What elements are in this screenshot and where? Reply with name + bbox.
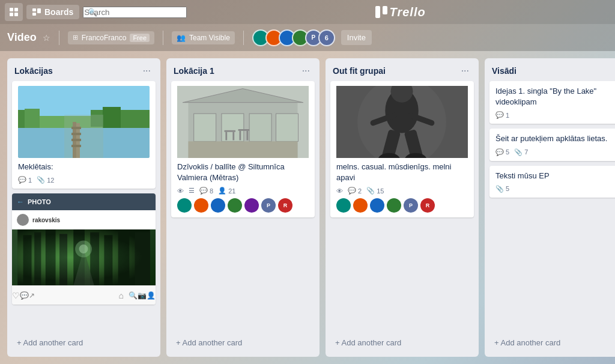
svg-rect-26 — [34, 232, 41, 285]
member-p: P — [261, 198, 276, 213]
add-card-outfit[interactable]: + Add another card — [328, 333, 476, 352]
card-lake-title: Meklētais: — [18, 162, 150, 172]
add-card-lokacijas[interactable]: + Add another card — [10, 333, 158, 352]
singls-badges: 💬 1 — [495, 111, 615, 119]
search-input[interactable] — [83, 7, 187, 18]
member-5 — [244, 198, 259, 213]
svg-rect-18 — [18, 110, 25, 128]
card-instagram[interactable]: ← PHOTO rakovskis — [12, 193, 156, 305]
list-body-lokacijas: Meklētais: 💬 1 📎 12 ← — [7, 81, 160, 331]
svg-rect-6 — [32, 13, 36, 16]
svg-rect-47 — [238, 129, 249, 131]
top-navigation: Boards 🔍 Trello — [0, 0, 615, 24]
list-title-lokacija1: Lokācija 1 — [174, 66, 214, 76]
profile-ig-icon[interactable]: 👤 — [147, 291, 156, 300]
badge-attach-p: 📎 15 — [366, 187, 384, 195]
back-arrow: ← — [17, 198, 24, 206]
card-teksti[interactable]: Teksti mūsu EP 📎 5 — [489, 166, 615, 198]
nav-center: Trello — [190, 5, 610, 19]
list-body-lokacija1: Dzīvoklis / ballīte @ Siltumnīca Valmier… — [166, 81, 320, 331]
svg-rect-45 — [225, 132, 227, 141]
card-lake-badges: 💬 1 📎 12 — [18, 176, 150, 184]
boards-button[interactable]: Boards — [26, 5, 79, 19]
badge-attach-sh: 📎 7 — [514, 148, 528, 156]
badge-eye: 👁 — [177, 187, 184, 195]
workspace-icon: ⊞ — [73, 34, 78, 41]
list-menu-lokacijas[interactable]: ··· — [141, 64, 153, 77]
instagram-user-row: rakovskis — [12, 210, 156, 229]
svg-rect-40 — [194, 114, 216, 141]
svg-rect-0 — [10, 8, 13, 11]
svg-rect-1 — [14, 8, 18, 11]
card-sheit[interactable]: Šeit ar putekļiem apklātas lietas. 💬 5 📎… — [489, 129, 615, 160]
badge-lines: ☰ — [189, 187, 195, 195]
badge-comments-p: 💬 2 — [348, 187, 362, 195]
svg-rect-25 — [23, 235, 32, 285]
svg-rect-21 — [103, 107, 121, 128]
member-r: R — [278, 198, 292, 213]
card-lake[interactable]: Meklētais: 💬 1 📎 12 — [12, 81, 156, 189]
people-icon: 👥 — [177, 34, 186, 42]
badge-attachments: 📎 12 — [37, 176, 54, 184]
instagram-footer: ♡ 💬 ↗ ⌂ 🔍 📷 👤 — [12, 285, 156, 305]
add-card-visadi[interactable]: + Add another card — [487, 333, 615, 352]
card-person[interactable]: melns. casual. mūsdienīgs. melni apavi 👁… — [330, 81, 474, 217]
share-icon[interactable]: ↗ — [29, 291, 35, 300]
svg-rect-43 — [276, 114, 298, 141]
visibility-info[interactable]: 👥 Team Visible — [172, 31, 235, 44]
svg-rect-24 — [17, 229, 150, 285]
list-body-visadi: Idejas 1. singla "By the Lake" videoklip… — [485, 81, 615, 331]
avatar-count[interactable]: 6 — [318, 29, 335, 46]
home-ig-icon[interactable]: ⌂ — [119, 291, 124, 300]
add-card-lokacija1[interactable]: + Add another card — [169, 333, 317, 352]
badge-comments-gh: 💬 8 — [199, 187, 213, 195]
home-button[interactable] — [5, 3, 23, 21]
svg-rect-22 — [121, 110, 150, 128]
list-lokacija1: Lokācija 1 ··· — [166, 58, 320, 357]
sheit-title: Šeit ar putekļiem apklātas lietas. — [495, 133, 615, 144]
svg-rect-49 — [247, 131, 249, 141]
person-badges: 👁 💬 2 📎 15 — [336, 187, 468, 195]
svg-rect-8 — [383, 6, 387, 14]
svg-rect-31 — [104, 235, 112, 285]
pmember-4 — [387, 198, 401, 213]
card-greenhouse[interactable]: Dzīvoklis / ballīte @ Siltumnīca Valmier… — [171, 81, 315, 217]
board-content: Lokācijas ··· — [0, 51, 615, 364]
member-1 — [177, 198, 192, 213]
divider-2 — [163, 31, 163, 45]
list-header-lokacijas: Lokācijas ··· — [7, 58, 160, 81]
list-menu-outfit[interactable]: ··· — [459, 64, 471, 77]
visibility-label: Team Visible — [189, 34, 230, 42]
member-3 — [211, 198, 225, 213]
pmember-2 — [353, 198, 368, 213]
list-header-lokacija1: Lokācija 1 ··· — [166, 58, 320, 81]
board-header: Video ☆ ⊞ FrancoFranco Free 👥 Team Visib… — [0, 24, 615, 51]
comment-icon-ig[interactable]: 💬 — [20, 291, 29, 300]
workspace-info[interactable]: ⊞ FrancoFranco Free — [68, 31, 154, 44]
search-ig-icon[interactable]: 🔍 — [129, 291, 138, 300]
svg-rect-33 — [135, 232, 150, 285]
star-icon[interactable]: ☆ — [43, 33, 50, 43]
svg-rect-12 — [73, 122, 76, 158]
svg-rect-29 — [73, 229, 85, 285]
card-singls[interactable]: Idejas 1. singla "By the Lake" videoklip… — [489, 81, 615, 124]
invite-button[interactable]: Invite — [341, 30, 372, 45]
pmember-r: R — [420, 198, 435, 213]
list-header-visadi: Visādi ··· — [485, 58, 615, 81]
svg-rect-32 — [118, 229, 130, 285]
camera-ig-icon[interactable]: 📷 — [138, 291, 147, 300]
svg-rect-42 — [249, 114, 271, 141]
instagram-image — [12, 229, 156, 285]
sheit-badges: 💬 5 📎 7 — [495, 148, 615, 156]
list-header-outfit: Out fit grupai ··· — [326, 58, 479, 81]
heart-icon[interactable]: ♡ — [12, 291, 20, 300]
list-title-outfit: Out fit grupai — [333, 66, 386, 76]
member-4 — [228, 198, 242, 213]
list-outfit: Out fit grupai ··· — [326, 58, 479, 357]
svg-rect-14 — [71, 127, 81, 129]
list-menu-lokacija1[interactable]: ··· — [300, 64, 312, 77]
list-lokacijas: Lokācijas ··· — [7, 58, 160, 357]
list-body-outfit: melns. casual. mūsdienīgs. melni apavi 👁… — [326, 81, 479, 331]
svg-rect-46 — [232, 132, 234, 141]
svg-point-35 — [75, 241, 92, 258]
